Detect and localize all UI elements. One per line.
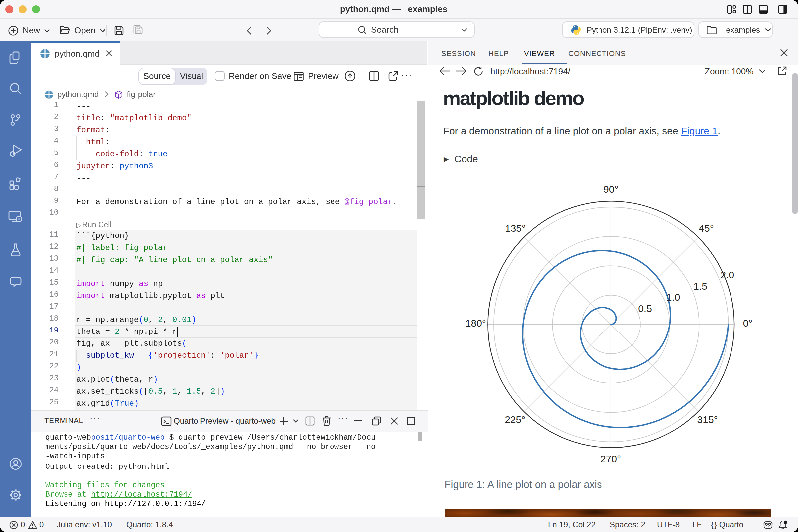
- svg-text:225°: 225°: [505, 414, 525, 425]
- svg-text:180°: 180°: [466, 318, 486, 328]
- svg-text:0.5: 0.5: [638, 303, 652, 314]
- svg-text:0°: 0°: [743, 318, 753, 328]
- svg-text:315°: 315°: [697, 414, 718, 425]
- svg-text:1.5: 1.5: [693, 281, 707, 291]
- svg-text:45°: 45°: [699, 223, 714, 234]
- svg-text:270°: 270°: [601, 453, 621, 464]
- svg-text:2.0: 2.0: [721, 269, 735, 280]
- svg-text:135°: 135°: [505, 223, 526, 234]
- svg-text:1.0: 1.0: [666, 291, 680, 303]
- svg-text:90°: 90°: [604, 184, 619, 194]
